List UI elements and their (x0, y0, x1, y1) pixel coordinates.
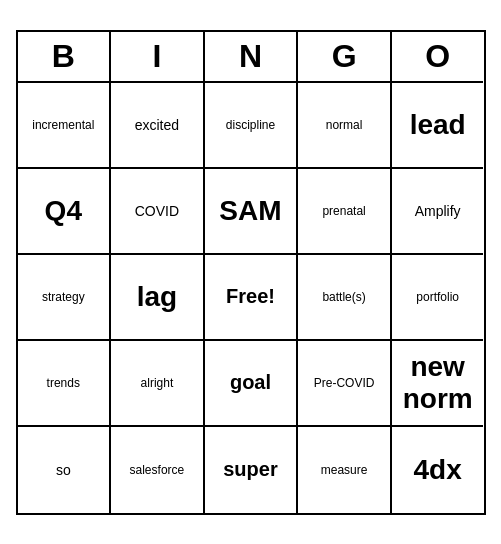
bingo-cell-3-3: Pre-COVID (298, 341, 392, 427)
bingo-cell-0-3: normal (298, 83, 392, 169)
bingo-cell-1-4: Amplify (392, 169, 484, 255)
bingo-cell-3-1: alright (111, 341, 205, 427)
bingo-header: BINGO (18, 32, 484, 83)
bingo-cell-4-1: salesforce (111, 427, 205, 513)
bingo-cell-2-3: battle(s) (298, 255, 392, 341)
bingo-row-3: trendsalrightgoalPre-COVIDnew norm (18, 341, 484, 427)
bingo-cell-1-3: prenatal (298, 169, 392, 255)
bingo-cell-1-0: Q4 (18, 169, 112, 255)
bingo-cell-2-4: portfolio (392, 255, 484, 341)
bingo-row-0: incrementalexciteddisciplinenormallead (18, 83, 484, 169)
bingo-cell-2-2: Free! (205, 255, 299, 341)
bingo-cell-0-0: incremental (18, 83, 112, 169)
bingo-row-1: Q4COVIDSAMprenatalAmplify (18, 169, 484, 255)
bingo-cell-4-3: measure (298, 427, 392, 513)
bingo-cell-4-4: 4dx (392, 427, 484, 513)
header-letter-O: O (392, 32, 484, 83)
bingo-cell-1-2: SAM (205, 169, 299, 255)
bingo-grid: incrementalexciteddisciplinenormalleadQ4… (18, 83, 484, 513)
header-letter-B: B (18, 32, 112, 83)
bingo-row-4: sosalesforcesupermeasure4dx (18, 427, 484, 513)
bingo-cell-0-4: lead (392, 83, 484, 169)
bingo-row-2: strategylagFree!battle(s)portfolio (18, 255, 484, 341)
bingo-cell-1-1: COVID (111, 169, 205, 255)
header-letter-G: G (298, 32, 392, 83)
bingo-card: BINGO incrementalexciteddisciplinenormal… (16, 30, 486, 515)
bingo-cell-0-2: discipline (205, 83, 299, 169)
bingo-cell-2-1: lag (111, 255, 205, 341)
bingo-cell-4-0: so (18, 427, 112, 513)
header-letter-N: N (205, 32, 299, 83)
bingo-cell-2-0: strategy (18, 255, 112, 341)
bingo-cell-3-0: trends (18, 341, 112, 427)
bingo-cell-0-1: excited (111, 83, 205, 169)
bingo-cell-3-2: goal (205, 341, 299, 427)
header-letter-I: I (111, 32, 205, 83)
bingo-cell-4-2: super (205, 427, 299, 513)
bingo-cell-3-4: new norm (392, 341, 484, 427)
